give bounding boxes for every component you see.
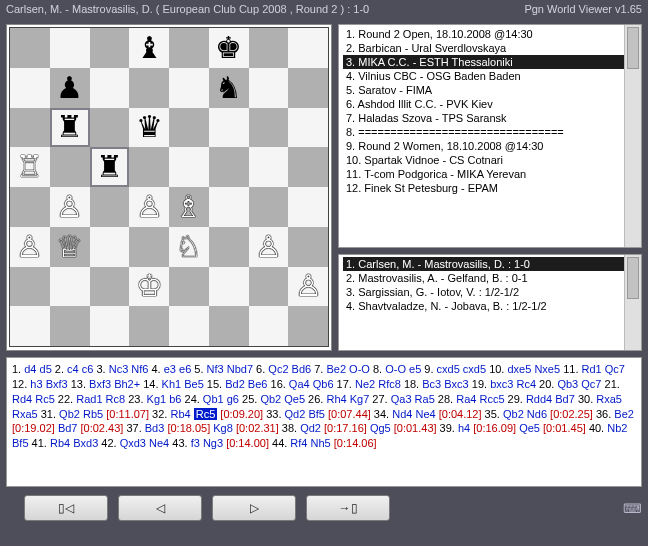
move[interactable]: c6	[79, 363, 94, 375]
list-item[interactable]: 7. Haladas Szova - TPS Saransk	[343, 111, 641, 125]
move[interactable]: Rh4	[323, 393, 346, 405]
square-d5[interactable]	[129, 147, 169, 187]
move[interactable]: e3	[161, 363, 176, 375]
move[interactable]: Bxc3	[441, 378, 469, 390]
first-button[interactable]: ▯◁	[24, 495, 108, 521]
square-h2[interactable]: ♙	[288, 267, 328, 307]
square-d1[interactable]	[129, 306, 169, 346]
scrollbar[interactable]	[624, 255, 641, 350]
square-f7[interactable]: ♞	[209, 68, 249, 108]
square-h1[interactable]	[288, 306, 328, 346]
square-a1[interactable]	[10, 306, 50, 346]
next-button[interactable]: ▷	[212, 495, 296, 521]
move[interactable]: Qxd3	[117, 437, 146, 449]
move[interactable]: Rc4	[513, 378, 536, 390]
list-item[interactable]: 4. Vilnius CBC - OSG Baden Baden	[343, 69, 641, 83]
move[interactable]: Qb2	[56, 408, 80, 420]
square-h7[interactable]	[288, 68, 328, 108]
prev-button[interactable]: ◁	[118, 495, 202, 521]
list-item[interactable]: 12. Finek St Petesburg - EPAM	[343, 181, 641, 195]
move[interactable]: Bc3	[419, 378, 441, 390]
move[interactable]: Bh2+	[111, 378, 140, 390]
list-item[interactable]: 3. MIKA C.C. - ESTH Thessaloniki	[343, 55, 641, 69]
square-a6[interactable]	[10, 108, 50, 148]
move[interactable]: Kg1	[144, 393, 167, 405]
move[interactable]: Rc5	[194, 408, 218, 420]
square-e6[interactable]	[169, 108, 209, 148]
move[interactable]: Qa3	[388, 393, 412, 405]
square-c8[interactable]	[90, 28, 130, 68]
square-a2[interactable]	[10, 267, 50, 307]
move[interactable]: Rc5	[32, 393, 55, 405]
move[interactable]: Rd4	[12, 393, 32, 405]
move[interactable]: Rd1	[578, 363, 601, 375]
move[interactable]: Ne4	[146, 437, 169, 449]
square-c3[interactable]	[90, 227, 130, 267]
square-c6[interactable]	[90, 108, 130, 148]
move[interactable]: Qb2	[257, 393, 281, 405]
move[interactable]: cxd5	[460, 363, 486, 375]
move[interactable]: Qa4	[286, 378, 310, 390]
square-g3[interactable]: ♙	[249, 227, 289, 267]
square-a4[interactable]	[10, 187, 50, 227]
square-g2[interactable]	[249, 267, 289, 307]
square-c7[interactable]	[90, 68, 130, 108]
move[interactable]: Qd2	[297, 422, 321, 434]
move[interactable]: d4	[21, 363, 36, 375]
move[interactable]: Rdd4	[523, 393, 552, 405]
engine-icon[interactable]: ⌨	[623, 501, 642, 516]
list-item[interactable]: 10. Spartak Vidnoe - CS Cotnari	[343, 153, 641, 167]
square-f6[interactable]	[209, 108, 249, 148]
move[interactable]: Be2	[323, 363, 346, 375]
move[interactable]: O-O	[382, 363, 406, 375]
square-h6[interactable]	[288, 108, 328, 148]
square-f3[interactable]	[209, 227, 249, 267]
move[interactable]: Qb1	[200, 393, 224, 405]
move[interactable]: Rfc8	[375, 378, 401, 390]
move[interactable]: Kg8	[210, 422, 233, 434]
move[interactable]: Qb2	[500, 408, 524, 420]
move[interactable]: Bd3	[142, 422, 165, 434]
list-item[interactable]: 2. Mastrovasilis, A. - Gelfand, B. : 0-1	[343, 271, 641, 285]
move[interactable]: Bf5	[305, 408, 325, 420]
square-d2[interactable]: ♔	[129, 267, 169, 307]
move[interactable]: Qc7	[602, 363, 625, 375]
list-item[interactable]: 11. T-com Podgorica - MIKA Yerevan	[343, 167, 641, 181]
move[interactable]: Qc2	[265, 363, 288, 375]
move[interactable]: b6	[166, 393, 181, 405]
move[interactable]: f3	[188, 437, 200, 449]
move[interactable]: Bd7	[55, 422, 78, 434]
games-list[interactable]: 1. Carlsen, M. - Mastrovasilis, D. : 1-0…	[338, 254, 642, 351]
square-d6[interactable]: ♛	[129, 108, 169, 148]
square-d7[interactable]	[129, 68, 169, 108]
move[interactable]: Nd4	[389, 408, 412, 420]
move[interactable]: Rxa5	[12, 408, 38, 420]
move[interactable]: Nf6	[128, 363, 148, 375]
move[interactable]: Qg5	[367, 422, 391, 434]
square-f2[interactable]	[209, 267, 249, 307]
scrollbar[interactable]	[624, 25, 641, 247]
move[interactable]: Nb2	[604, 422, 627, 434]
move[interactable]: Nd6	[524, 408, 547, 420]
list-item[interactable]: 1. Carlsen, M. - Mastrovasilis, D. : 1-0	[343, 257, 641, 271]
move[interactable]: Ng3	[200, 437, 223, 449]
move[interactable]: Bxd3	[70, 437, 98, 449]
move[interactable]: c4	[64, 363, 79, 375]
move[interactable]: Bxf3	[43, 378, 68, 390]
move[interactable]: Rb4	[167, 408, 190, 420]
move[interactable]: Bd6	[289, 363, 312, 375]
square-f1[interactable]	[209, 306, 249, 346]
square-g7[interactable]	[249, 68, 289, 108]
move[interactable]: d5	[36, 363, 51, 375]
square-a5[interactable]: ♖	[10, 147, 50, 187]
square-d8[interactable]: ♝	[129, 28, 169, 68]
move[interactable]: Rcc5	[476, 393, 504, 405]
move[interactable]: Be2	[611, 408, 634, 420]
square-e1[interactable]	[169, 306, 209, 346]
move[interactable]: Ne4	[412, 408, 435, 420]
list-item[interactable]: 9. Round 2 Women, 18.10.2008 @14:30	[343, 139, 641, 153]
move[interactable]: Nh5	[308, 437, 331, 449]
move[interactable]: Bf5	[12, 437, 29, 449]
move[interactable]: cxd5	[433, 363, 459, 375]
square-h4[interactable]	[288, 187, 328, 227]
